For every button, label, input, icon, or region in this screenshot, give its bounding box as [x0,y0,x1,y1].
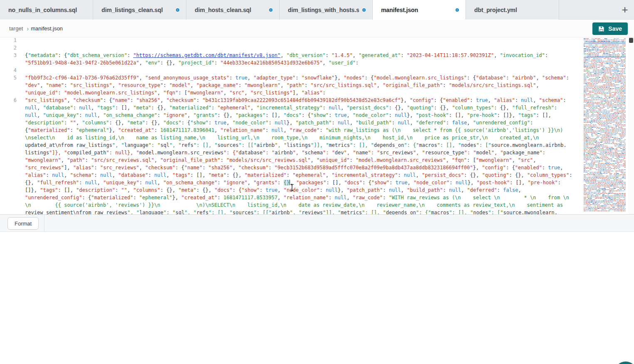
code-line[interactable]: \n {{ source('airbnb', 'reviews') }}\n \… [0,201,582,209]
tab-manifest-json[interactable]: manifest.json [373,0,466,20]
code-text: "description": "", "columns": {}, "meta"… [17,119,533,126]
line-number: 2 [0,44,17,52]
tab-bar: no_nulls_in_columns.sqldim_listings_clea… [0,0,634,20]
line-number [0,156,17,164]
tab-dim-listings-with-hosts-sql[interactable]: dim_listings_with_hosts.sql [280,0,373,20]
line-number: 4 [0,67,17,74]
unsaved-changes-dot-icon[interactable] [269,8,272,12]
code-line[interactable]: 3{"metadata": {"dbt_schema_version": "ht… [0,52,582,59]
line-number: 5 [0,74,17,82]
code-line[interactable]: listings"]}, "compiled_path": null}, "mo… [0,149,582,156]
line-number [0,171,17,179]
code-text: "fbb9f3c2-cf96-4a17-b736-976a62d35ff9", … [17,74,569,82]
code-line[interactable]: {"materialized": "ephemeral"}, "created_… [0,126,582,134]
code-line[interactable]: 2 [0,44,582,52]
code-line[interactable]: 5"fbb9f3c2-cf96-4a17-b736-976a62d35ff9",… [0,74,582,82]
code-text: \n {{ source('airbnb', 'reviews') }}\n \… [17,201,563,209]
breadcrumb-bar: target › manifest.json Save [0,20,634,37]
tab-dim-listings-clean-sql[interactable]: dim_listings_clean.sql [93,0,186,20]
code-line[interactable]: "src_reviews"], "alias": "src_reviews", … [0,164,582,171]
plus-icon: + [622,4,628,15]
line-number [0,194,17,201]
code-text: "src_reviews"], "alias": "src_reviews", … [17,164,563,171]
line-number: 3 [0,52,17,59]
breadcrumb-folder[interactable]: target [9,25,23,32]
save-button[interactable]: Save [592,22,628,35]
line-number: 1 [0,37,17,44]
line-number [0,119,17,126]
code-text [17,67,25,74]
code-text: []}, "tags": [], "description": "", "col… [17,186,521,194]
code-text: {}, "full_refresh": null, "unique_key": … [17,179,561,186]
code-editor[interactable]: 123{"metadata": {"dbt_schema_version": "… [0,37,634,214]
line-number [0,179,17,186]
code-text [17,37,25,44]
code-line[interactable]: null, "database": null, "tags": [], "met… [0,104,582,111]
breadcrumb-file: manifest.json [31,25,63,32]
code-text [17,44,25,52]
code-text: "dev", "name": "src_listings", "resource… [17,82,539,89]
line-number [0,111,17,119]
code-line[interactable]: "mwonglearn", "path": "src/src_reviews.s… [0,156,582,164]
code-line[interactable]: review_sentiment\nfrom raw_reviews", "la… [0,209,582,214]
unsaved-changes-dot-icon[interactable] [176,8,179,12]
code-line[interactable]: []}, "tags": [], "description": "", "col… [0,186,582,194]
code-text: review_sentiment\nfrom raw_reviews", "la… [17,209,557,214]
code-text: "mwonglearn", "path": "src/src_reviews.s… [17,156,536,164]
vertical-scrollbar[interactable] [628,37,634,214]
minimap[interactable] [583,37,627,213]
code-text: "5f51bb91-94b8-4e31-94f2-26b5e061d22a", … [17,59,359,67]
bottom-panel: Format [0,214,634,232]
line-number [0,209,17,214]
code-text: updated_at\nfrom raw_listings", "languag… [17,141,567,149]
code-text: null, "database": null, "tags": [], "met… [17,104,557,111]
tab-bar-filler: + [559,0,634,19]
code-line[interactable]: updated_at\nfrom raw_listings", "languag… [0,141,582,149]
code-text: "src_listings", "checksum": {"name": "sh… [17,97,566,104]
code-text: \nselect\n id as listing_id,\n name as l… [17,134,539,141]
tab-label: no_nulls_in_columns.sql [8,7,86,13]
line-number [0,89,17,97]
matching-bracket-highlight: {} [284,180,290,186]
code-line[interactable]: 1 [0,37,582,44]
code-text: null, "unique_key": null, "on_schema_cha… [17,111,551,119]
save-button-label: Save [608,25,622,32]
code-line[interactable]: "dev", "name": "src_listings", "resource… [0,82,582,89]
editor-code-area[interactable]: 123{"metadata": {"dbt_schema_version": "… [0,37,582,214]
line-number [0,59,17,67]
code-line[interactable]: "description": "", "columns": {}, "meta"… [0,119,582,126]
tab-no-nulls-in-columns-sql[interactable]: no_nulls_in_columns.sql [0,0,93,20]
code-text: listings"]}, "compiled_path": null}, "mo… [17,149,545,156]
code-text: "unrendered_config": {"materialized": "e… [17,194,569,201]
tab-label: dbt_project.yml [474,7,552,13]
code-text: {"materialized": "ephemeral"}, "created_… [17,126,563,134]
code-line[interactable]: "alias": null, "schema": null, "database… [0,171,582,179]
panel-divider [44,215,45,232]
format-button[interactable]: Format [7,217,39,230]
floppy-disk-icon [598,26,604,32]
line-number: 6 [0,97,17,104]
line-number [0,134,17,141]
tab-dim-hosts-clean-sql[interactable]: dim_hosts_clean.sql [186,0,280,20]
code-text: {"metadata": {"dbt_schema_version": "htt… [17,52,548,59]
code-line[interactable]: {}, "full_refresh": null, "unique_key": … [0,179,582,186]
code-line[interactable]: 4 [0,67,582,74]
code-line[interactable]: 6"src_listings", "checksum": {"name": "s… [0,97,582,104]
code-line[interactable]: "5f51bb91-94b8-4e31-94f2-26b5e061d22a", … [0,59,582,67]
unsaved-changes-dot-icon[interactable] [362,8,366,12]
unsaved-changes-dot-icon[interactable] [456,8,459,12]
line-number [0,141,17,149]
tab-label: dim_listings_clean.sql [102,7,173,13]
code-line[interactable]: "unrendered_config": {"materialized": "e… [0,194,582,201]
empty-panel-area [0,232,634,364]
code-line[interactable]: \nselect\n id as listing_id,\n name as l… [0,134,582,141]
tab-dbt-project-yml[interactable]: dbt_project.yml [466,0,559,20]
scrollbar-thumb[interactable] [629,38,633,43]
line-number [0,82,17,89]
tab-label: manifest.json [381,7,452,13]
code-line[interactable]: "unique_id": "model.mwonglearn.src_listi… [0,89,582,97]
code-line[interactable]: null, "unique_key": null, "on_schema_cha… [0,111,582,119]
new-tab-button[interactable]: + [617,2,632,17]
tab-label: dim_listings_with_hosts.sql [288,7,359,13]
line-number [0,126,17,134]
